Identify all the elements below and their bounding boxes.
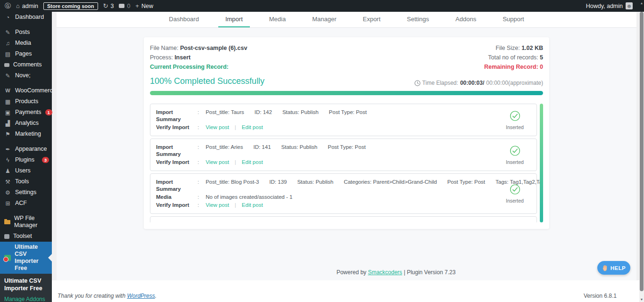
- sidebar-item-label: Pages: [15, 50, 49, 57]
- toolset-icon: [4, 234, 9, 239]
- tab-media[interactable]: Media: [262, 12, 293, 27]
- record-row-label: Media: [156, 194, 198, 201]
- sidebar-item-products[interactable]: ▦Products: [0, 96, 52, 107]
- sidebar-item-ultimate-csv-importer-free[interactable]: Ultimate CSV Importer Free: [0, 242, 52, 274]
- view-post-link[interactable]: View post: [206, 124, 229, 130]
- sidebar-item-media[interactable]: ♫Media: [0, 38, 52, 49]
- appearance-icon: ✒: [4, 147, 11, 152]
- sidebar-item-comments[interactable]: Comments: [0, 59, 52, 70]
- site-name-menu[interactable]: ⌂ admin: [16, 3, 38, 9]
- tab-export[interactable]: Export: [355, 12, 388, 27]
- time-elapsed-label: Time Elapsed:: [422, 80, 458, 86]
- browser-scrollbar[interactable]: ▲ ▼: [639, 0, 644, 302]
- summary-field: Post_title: Blog Post-2: [206, 222, 259, 223]
- summary-field: ID: 142: [255, 109, 272, 115]
- process-value: Insert: [174, 54, 190, 61]
- edit-post-link[interactable]: Edit post: [242, 202, 263, 208]
- sidebar-item-label: Marketing: [15, 131, 49, 138]
- tab-addons[interactable]: Addons: [448, 12, 483, 27]
- sidebar-item-pages[interactable]: ▤Pages: [0, 49, 52, 59]
- edit-post-link[interactable]: Edit post: [242, 159, 263, 165]
- scrollbar-up-arrow[interactable]: ▲: [639, 0, 644, 12]
- summary-field: ID: 137: [269, 222, 287, 223]
- scrollbar-thumb[interactable]: [640, 12, 644, 291]
- summary-field: Status: Publish: [282, 109, 319, 115]
- inserted-check-icon: [510, 184, 520, 195]
- updates-menu[interactable]: ↻ 3: [103, 3, 114, 9]
- tab-import[interactable]: Import: [218, 12, 250, 27]
- list-scrollbar[interactable]: [540, 104, 543, 222]
- sidebar-item-label: Tools: [15, 178, 49, 185]
- sidebar-item-label: Products: [15, 98, 49, 105]
- sidebar-item-users[interactable]: ♟Users: [0, 165, 52, 176]
- link-separator: |: [235, 124, 236, 130]
- payments-icon: ▣: [4, 110, 11, 115]
- import-status-card: File Name: Post-csv-sample (6).csv Proce…: [144, 37, 549, 229]
- sidebar-item-label: Nove;: [15, 72, 49, 79]
- tab-manager[interactable]: Manager: [305, 12, 343, 27]
- import-record-list: Import Summary:Post_title: TaursID: 142S…: [150, 104, 543, 222]
- status-inserted-label: Inserted: [502, 159, 528, 164]
- summary-field: Status: Publish: [297, 179, 333, 185]
- media-row: Media:No of images created/associated - …: [156, 194, 496, 201]
- sidebar-item-label: Appearance: [15, 146, 49, 153]
- comments-menu[interactable]: 0: [119, 3, 130, 9]
- colon-separator: :: [198, 144, 199, 151]
- wordpress-logo-icon[interactable]: Ⓖ: [5, 3, 11, 9]
- scrollbar-track[interactable]: ▼: [639, 12, 644, 302]
- smackcoders-link[interactable]: Smackcoders: [368, 269, 402, 276]
- summary-field: Status: Draft: [297, 222, 327, 223]
- time-elapsed: Time Elapsed: 00:00:03/ 00:00:00(approxi…: [414, 80, 543, 86]
- remaining-record-value: 0: [540, 64, 543, 70]
- time-elapsed-value: 00:00:03/: [460, 80, 484, 86]
- woocommerce-icon: W: [4, 88, 11, 93]
- tools-icon: ⚒: [4, 179, 11, 185]
- sidebar-item-plugins[interactable]: ϟPlugins3: [0, 155, 52, 165]
- file-size-value: 1.02 KB: [521, 45, 543, 51]
- file-name-line: File Name: Post-csv-sample (6).csv: [150, 43, 247, 53]
- help-button[interactable]: HELP: [597, 261, 630, 275]
- sidebar-item-label: Analytics: [15, 120, 49, 127]
- sidebar-item-analytics[interactable]: ▟Analytics: [0, 118, 52, 129]
- wordpress-link[interactable]: WordPress: [127, 293, 155, 299]
- sidebar-item-toolset[interactable]: Toolset: [0, 231, 52, 242]
- import-record: Import Summary:Post_title: Blog Post-2ID…: [150, 216, 537, 222]
- sidebar-item-label: WP File Manager: [14, 215, 49, 229]
- sidebar-item-settings[interactable]: ⚙Settings: [0, 187, 52, 198]
- sidebar-item-tools[interactable]: ⚒Tools: [0, 176, 52, 187]
- sidebar-item-payments[interactable]: ▣Payments1: [0, 107, 52, 118]
- edit-post-link[interactable]: Edit post: [242, 124, 263, 130]
- summary-field: Post Type: Post: [447, 179, 485, 185]
- colon-separator: :: [198, 194, 199, 201]
- tab-dashboard[interactable]: Dashboard: [162, 12, 206, 27]
- sidebar-item-marketing[interactable]: ⚑Marketing: [0, 129, 52, 139]
- total-records-value: 5: [540, 54, 543, 61]
- scrollbar-down-arrow[interactable]: ▼: [639, 298, 644, 301]
- sidebar-item-appearance[interactable]: ✒Appearance: [0, 144, 52, 155]
- sidebar-item-posts[interactable]: ✎Posts: [0, 27, 52, 38]
- sidebar-item-dashboard[interactable]: ◔Dashboard: [0, 12, 52, 23]
- remaining-record-label: Remaining Record:: [484, 64, 538, 70]
- sidebar-item-manage-addons[interactable]: Manage Addons: [4, 296, 48, 302]
- view-post-link[interactable]: View post: [206, 159, 229, 165]
- sidebar-item-label: Media: [15, 40, 49, 47]
- sidebar-item-acf[interactable]: ⊞ACF: [0, 198, 52, 209]
- tab-support[interactable]: Support: [495, 12, 531, 27]
- import-record: Import Summary:Post_title: TaursID: 142S…: [150, 104, 537, 136]
- view-post-link[interactable]: View post: [206, 202, 229, 208]
- new-content-menu[interactable]: + New: [135, 3, 153, 9]
- sidebar-item-nove[interactable]: ✎Nove;: [0, 70, 52, 81]
- progress-bar-fill: [150, 91, 543, 95]
- import-summary-row: Import Summary:Post_title: Blog Post-3ID…: [156, 179, 496, 193]
- store-coming-soon-badge[interactable]: Store coming soon: [43, 2, 98, 10]
- sidebar-item-woocommerce[interactable]: WWooCommerce: [0, 85, 52, 96]
- my-account-menu[interactable]: Howdy, admin ☻: [586, 2, 633, 9]
- sidebar-item-label: WooCommerce: [15, 87, 56, 94]
- summary-field: Post Type: Post: [328, 144, 365, 150]
- colon-separator: :: [198, 221, 199, 223]
- tab-settings[interactable]: Settings: [400, 12, 436, 27]
- csv-importer-page: DashboardImportMediaManagerExportSetting…: [57, 12, 636, 280]
- sidebar-item-wp-file-manager[interactable]: WP File Manager: [0, 213, 52, 231]
- updates-count: 3: [110, 3, 114, 9]
- sidebar-item-label: Settings: [15, 189, 49, 196]
